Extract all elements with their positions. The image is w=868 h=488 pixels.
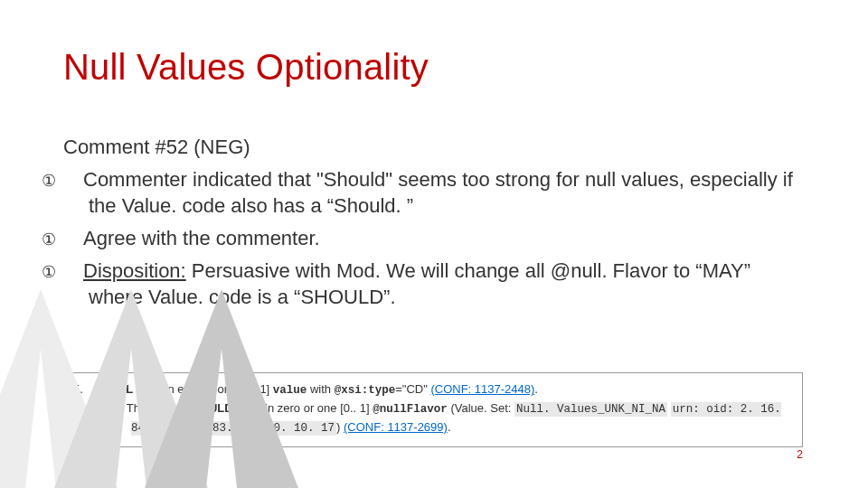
conformance-box: 5.SHALL contain exactly one [1.. 1] valu…: [63, 372, 803, 447]
text: contain zero or one [0.. 1]: [233, 401, 373, 415]
disposition-text: Persuasive with Mod. We will change all …: [89, 259, 750, 309]
keyword-shall: SHALL: [94, 382, 133, 396]
text: This value: [127, 401, 184, 415]
slide-body: Comment #52 (NEG) ①Commenter indicated t…: [63, 134, 805, 316]
conf-link[interactable]: (CONF: 1137-2448): [430, 382, 534, 396]
slide-title: Null Values Optionality: [63, 47, 429, 88]
disposition-label: Disposition:: [83, 259, 186, 282]
text: .: [534, 382, 538, 396]
bullet-glyph-icon: ①: [65, 229, 83, 250]
list-number: 5.: [73, 382, 83, 396]
bullet-glyph-icon: ①: [65, 170, 83, 192]
text: ="CD": [395, 382, 430, 396]
bullet-item: ①Commenter indicated that "Should" seems…: [63, 166, 805, 220]
text: .: [448, 420, 451, 434]
list-letter: a.: [108, 401, 118, 415]
slide: Null Values Optionality Comment #52 (NEG…: [0, 0, 868, 488]
bullet-text: Agree with the commenter.: [83, 227, 320, 249]
comment-heading: Comment #52 (NEG): [63, 134, 805, 161]
keyword-should: SHOULD: [184, 401, 233, 415]
text: (Value. Set:: [448, 401, 514, 415]
bullet-glyph-icon: ①: [65, 261, 83, 283]
conformance-row: 5.SHALL contain exactly one [1.. 1] valu…: [73, 380, 793, 399]
code-token: value: [273, 384, 307, 397]
bullet-item: ①Disposition: Persuasive with Mod. We wi…: [63, 258, 805, 311]
conformance-row: a.This value SHOULD contain zero or one …: [73, 399, 793, 437]
code-token: @nullFlavor: [373, 403, 448, 416]
code-token: @xsi:type: [335, 384, 396, 397]
conf-link[interactable]: (CONF: 1137-2699): [344, 420, 448, 434]
bullet-text: Commenter indicated that "Should" seems …: [83, 168, 793, 218]
text: contain exactly one [1.. 1]: [133, 382, 273, 396]
page-number: 2: [797, 448, 803, 461]
text: ): [336, 420, 344, 434]
bullet-item: ①Agree with the commenter.: [63, 225, 805, 252]
value-set-name: Null. Values_UNK_NI_NA: [514, 402, 667, 417]
text: with: [307, 382, 334, 396]
